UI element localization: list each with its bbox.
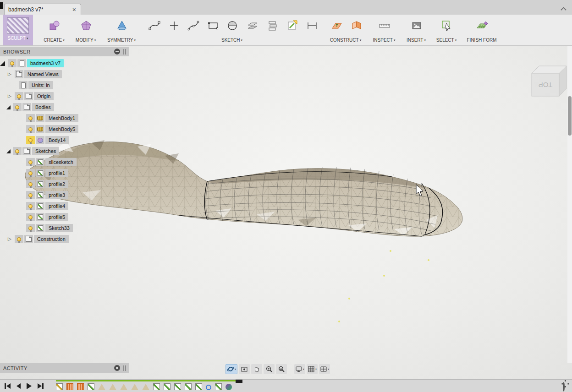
tree-item-label[interactable]: MeshBody1 (45, 114, 78, 122)
tree-item-label[interactable]: Body14 (45, 136, 69, 144)
collapse-panel-icon[interactable] (114, 49, 120, 54)
tree-item-named-views[interactable]: ▷ Named Views (0, 69, 79, 80)
visibility-bulb-icon[interactable] (15, 235, 23, 243)
viewport-canvas[interactable] (0, 46, 572, 379)
offset-tool-button[interactable] (246, 18, 259, 33)
tree-item-sketch33[interactable]: Sketch33 (0, 223, 79, 234)
timeline-revolve-feature[interactable] (206, 385, 211, 390)
timeline-form-feature[interactable] (66, 383, 73, 390)
model-mesh[interactable] (0, 46, 572, 379)
timeline-marker-globe-icon[interactable] (226, 384, 232, 390)
visibility-bulb-icon[interactable] (26, 125, 35, 133)
construct-axis-button[interactable] (350, 18, 363, 33)
expander-icon[interactable] (6, 149, 11, 153)
tree-item-meshbody1[interactable]: MeshBody1 (0, 113, 79, 124)
tree-item-label[interactable]: MeshBody5 (45, 125, 78, 133)
rectangle-tool-button[interactable] (206, 18, 220, 33)
viewports-button[interactable]: ▾ (319, 364, 330, 374)
construct-plane-button[interactable] (330, 18, 344, 33)
dimension-tool-button[interactable] (305, 18, 319, 33)
tree-item-label[interactable]: badmesh3 v7 (27, 59, 64, 67)
visibility-bulb-icon[interactable] (15, 92, 23, 100)
tree-item-label[interactable]: Sketches (32, 147, 59, 155)
collapsed-arrow-icon[interactable]: ▷ (8, 237, 14, 241)
timeline-sketch-feature[interactable] (195, 383, 202, 390)
visibility-bulb-icon[interactable] (26, 202, 35, 210)
tree-item-profile5[interactable]: profile5 (0, 212, 79, 223)
mesh-body[interactable] (25, 140, 462, 322)
look-at-button[interactable] (239, 364, 250, 374)
project-tool-button[interactable] (266, 18, 280, 33)
timeline-sketch-feature[interactable] (215, 383, 222, 390)
visibility-bulb-icon[interactable] (13, 103, 22, 111)
timeline-form-feature[interactable] (77, 383, 84, 390)
tree-item-origin[interactable]: ▷ Origin (0, 91, 79, 102)
fit-curves-tool-button[interactable] (187, 18, 200, 33)
panel-grip-icon[interactable] (123, 49, 126, 54)
visibility-bulb-icon[interactable] (26, 224, 35, 232)
timeline-sketch-feature[interactable] (56, 383, 63, 390)
timeline-loft-feature[interactable] (109, 384, 116, 390)
tree-item-label[interactable]: profile5 (45, 213, 68, 221)
timeline-sketch-feature[interactable] (185, 383, 192, 390)
visibility-bulb-icon[interactable] (26, 169, 35, 177)
timeline-marker[interactable] (236, 380, 242, 383)
tree-item-label[interactable]: Construction (34, 235, 69, 243)
pan-button[interactable] (251, 364, 262, 374)
tree-item-document[interactable]: badmesh3 v7 (0, 58, 79, 69)
tree-item-sketches[interactable]: Sketches (0, 146, 79, 157)
zoom-window-button[interactable] (276, 364, 287, 374)
step-back-button[interactable] (16, 383, 21, 389)
tree-item-profile1[interactable]: profile1 (0, 168, 79, 179)
visibility-bulb-icon[interactable] (26, 180, 35, 188)
timeline-loft-feature[interactable] (120, 384, 127, 390)
symmetry-menu-button[interactable] (115, 18, 129, 33)
visibility-bulb-icon[interactable] (26, 114, 35, 122)
circle-tool-button[interactable] (226, 18, 239, 33)
orbit-button[interactable]: ▾ (226, 364, 237, 374)
timeline-sketch-feature[interactable] (153, 383, 160, 390)
timeline-sketch-feature[interactable] (174, 383, 181, 390)
go-to-start-button[interactable] (5, 383, 11, 389)
tree-item-label[interactable]: Origin (34, 92, 54, 100)
timeline-settings-button[interactable] (563, 383, 565, 391)
tree-item-construction[interactable]: ▷ Construction (0, 234, 79, 245)
go-to-end-button[interactable] (38, 383, 44, 389)
timeline-sketch-feature[interactable] (88, 383, 94, 390)
visibility-bulb-icon[interactable] (8, 59, 16, 67)
create-menu-button[interactable] (48, 18, 61, 33)
tree-item-units[interactable]: Units: in (0, 80, 79, 91)
tree-item-label[interactable]: profile4 (45, 202, 68, 210)
panel-grip-icon[interactable] (123, 365, 126, 371)
vertical-scrollbar[interactable] (567, 46, 572, 363)
tree-item-label[interactable]: slicesketch (45, 158, 77, 166)
tree-item-label[interactable]: profile2 (45, 180, 68, 188)
tree-item-label[interactable]: Sketch33 (45, 224, 73, 232)
tree-item-label[interactable]: profile1 (45, 169, 68, 177)
edit-form-tool-button[interactable] (286, 18, 299, 33)
play-button[interactable] (27, 383, 32, 389)
tree-item-bodies[interactable]: Bodies (0, 102, 79, 113)
viewcube[interactable]: TOP (520, 60, 571, 111)
spline-tool-button[interactable] (148, 18, 161, 33)
zoom-button[interactable] (264, 364, 275, 374)
visibility-bulb-icon[interactable] (26, 191, 35, 199)
tree-item-profile4[interactable]: profile4 (0, 201, 79, 212)
sculpt-menu-button[interactable]: SCULPT▾ (3, 15, 33, 45)
document-tab[interactable]: badmesh3 v7* × (4, 4, 81, 15)
tree-item-profile2[interactable]: profile2 (0, 179, 79, 190)
collapsed-arrow-icon[interactable]: ▷ (8, 94, 14, 98)
tree-item-slicesketch[interactable]: slicesketch (0, 157, 79, 168)
modify-menu-button[interactable] (79, 18, 93, 33)
activity-record-icon[interactable] (114, 365, 120, 371)
collapsed-arrow-icon[interactable]: ▷ (8, 72, 14, 76)
insert-menu-button[interactable] (410, 18, 424, 33)
timeline-loft-feature[interactable] (142, 384, 149, 390)
point-tool-button[interactable] (167, 18, 181, 33)
expander-icon[interactable] (6, 105, 11, 109)
display-settings-button[interactable]: ▾ (294, 364, 305, 374)
tab-close-icon[interactable]: × (72, 6, 77, 13)
tree-item-label[interactable]: profile3 (45, 191, 68, 199)
tree-item-body14[interactable]: Body14 (0, 135, 79, 146)
visibility-bulb-icon[interactable] (26, 213, 35, 221)
